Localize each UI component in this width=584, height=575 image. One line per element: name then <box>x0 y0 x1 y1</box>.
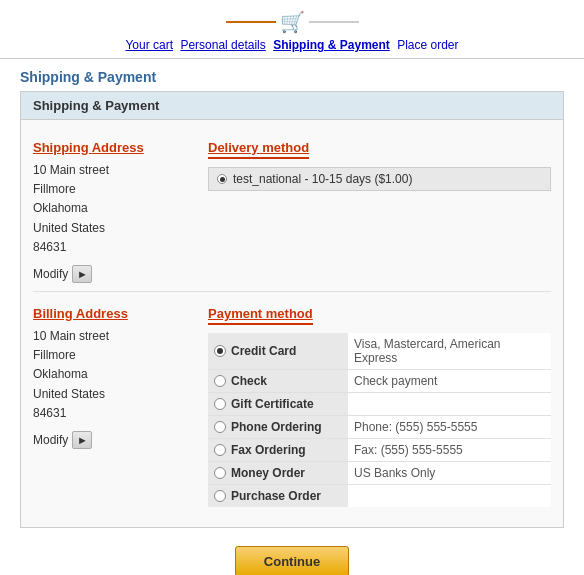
shipping-section: Shipping Address 10 Main street Fillmore… <box>33 132 551 292</box>
delivery-radio[interactable] <box>217 174 227 184</box>
payment-detail-6 <box>348 484 551 507</box>
nav-step-shipping: Shipping & Payment <box>273 38 390 52</box>
payment-label-5: Money Order <box>231 466 305 480</box>
breadcrumb: Your cart Personal details Shipping & Pa… <box>0 38 584 52</box>
payment-radio-4[interactable] <box>214 444 226 456</box>
payment-label-4: Fax Ordering <box>231 443 306 457</box>
payment-method-col: Payment method Credit Card Visa, Masterc… <box>208 306 551 507</box>
payment-option-row[interactable]: Credit Card Visa, Mastercard, American E… <box>208 333 551 370</box>
cart-icon: 🛒 <box>280 10 305 34</box>
nav-step-cart[interactable]: Your cart <box>125 38 173 52</box>
card-header: Shipping & Payment <box>21 92 563 120</box>
payment-detail-1: Check payment <box>348 369 551 392</box>
delivery-option[interactable]: test_national - 10-15 days ($1.00) <box>208 167 551 191</box>
payment-label-6: Purchase Order <box>231 489 321 503</box>
payment-radio-5[interactable] <box>214 467 226 479</box>
delivery-method-title: Delivery method <box>208 140 309 159</box>
payment-radio-3[interactable] <box>214 421 226 433</box>
payment-detail-5: US Banks Only <box>348 461 551 484</box>
continue-area: Continue <box>0 528 584 575</box>
top-navigation: 🛒 Your cart Personal details Shipping & … <box>0 0 584 59</box>
payment-option-row[interactable]: Gift Certificate <box>208 392 551 415</box>
billing-modify-arrow[interactable]: ► <box>72 431 92 449</box>
payment-radio-0[interactable] <box>214 345 226 357</box>
billing-section: Billing Address 10 Main street Fillmore … <box>33 292 551 515</box>
payment-label-0: Credit Card <box>231 344 296 358</box>
shipping-address-text: 10 Main street Fillmore Oklahoma United … <box>33 161 198 257</box>
cart-icon-wrapper: 🛒 <box>0 10 584 34</box>
shipping-modify-arrow[interactable]: ► <box>72 265 92 283</box>
delivery-option-label: test_national - 10-15 days ($1.00) <box>233 172 412 186</box>
payment-detail-2 <box>348 392 551 415</box>
shipping-modify-btn[interactable]: Modify ► <box>33 265 92 283</box>
payment-method-title: Payment method <box>208 306 313 325</box>
continue-button[interactable]: Continue <box>235 546 349 575</box>
main-card: Shipping & Payment Shipping Address 10 M… <box>20 91 564 528</box>
payment-label-2: Gift Certificate <box>231 397 314 411</box>
billing-address-text: 10 Main street Fillmore Oklahoma United … <box>33 327 198 423</box>
payment-label-1: Check <box>231 374 267 388</box>
delivery-method-col: Delivery method test_national - 10-15 da… <box>208 140 551 283</box>
payment-option-row[interactable]: Check Check payment <box>208 369 551 392</box>
payment-label-3: Phone Ordering <box>231 420 322 434</box>
shipping-address-title[interactable]: Shipping Address <box>33 140 198 155</box>
payment-radio-2[interactable] <box>214 398 226 410</box>
billing-address-col: Billing Address 10 Main street Fillmore … <box>33 306 208 507</box>
payment-detail-4: Fax: (555) 555-5555 <box>348 438 551 461</box>
payment-option-row[interactable]: Money Order US Banks Only <box>208 461 551 484</box>
nav-step-place-order: Place order <box>397 38 458 52</box>
payment-option-row[interactable]: Purchase Order <box>208 484 551 507</box>
payment-detail-3: Phone: (555) 555-5555 <box>348 415 551 438</box>
payment-option-row[interactable]: Phone Ordering Phone: (555) 555-5555 <box>208 415 551 438</box>
payment-radio-1[interactable] <box>214 375 226 387</box>
page-title: Shipping & Payment <box>0 59 584 91</box>
nav-step-personal[interactable]: Personal details <box>180 38 265 52</box>
card-body: Shipping Address 10 Main street Fillmore… <box>21 120 563 527</box>
shipping-address-col: Shipping Address 10 Main street Fillmore… <box>33 140 208 283</box>
billing-address-title[interactable]: Billing Address <box>33 306 198 321</box>
payment-radio-6[interactable] <box>214 490 226 502</box>
payment-option-row[interactable]: Fax Ordering Fax: (555) 555-5555 <box>208 438 551 461</box>
payment-detail-0: Visa, Mastercard, American Express <box>348 333 551 370</box>
payment-table: Credit Card Visa, Mastercard, American E… <box>208 333 551 507</box>
billing-modify-btn[interactable]: Modify ► <box>33 431 92 449</box>
